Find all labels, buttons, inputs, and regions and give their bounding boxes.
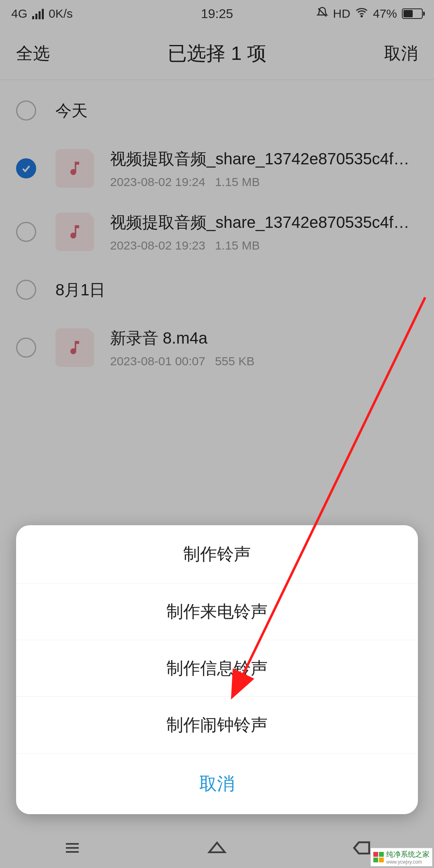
selection-header: 全选 已选择 1 项 取消 [0, 27, 434, 80]
file-checkbox[interactable] [16, 338, 36, 358]
battery-percent: 47% [373, 7, 397, 20]
file-name: 视频提取音频_share_13742e870535c4f… [110, 211, 418, 233]
system-nav-bar [0, 828, 434, 868]
file-meta: 2023-08-02 19:241.15 MB [110, 175, 418, 189]
cancel-selection-button[interactable]: 取消 [384, 42, 418, 65]
status-bar: 4G 0K/s 19:25 HD 47% [0, 0, 434, 27]
section-checkbox[interactable] [16, 280, 36, 300]
home-button[interactable] [189, 836, 245, 860]
make-message-ringtone-button[interactable]: 制作信息铃声 [16, 640, 418, 696]
modal-cancel-button[interactable]: 取消 [16, 753, 418, 814]
modal-title: 制作铃声 [16, 525, 418, 583]
file-row[interactable]: 视频提取音频_share_13742e870535c4f… 2023-08-02… [0, 200, 434, 264]
watermark-url: www.ycwjxy.com [386, 859, 430, 865]
make-alarm-ringtone-button[interactable]: 制作闹钟铃声 [16, 696, 418, 753]
wifi-icon [355, 6, 368, 22]
watermark-logo-icon [373, 852, 384, 862]
status-time: 19:25 [201, 6, 233, 21]
section-label: 8月1日 [55, 279, 106, 301]
music-file-icon [55, 213, 94, 251]
file-meta: 2023-08-02 19:231.15 MB [110, 239, 418, 252]
network-speed: 0K/s [49, 7, 73, 20]
network-type: 4G [11, 7, 27, 20]
select-all-button[interactable]: 全选 [16, 42, 50, 65]
watermark-title: 纯净系统之家 [386, 850, 430, 859]
svg-point-1 [361, 15, 362, 16]
file-checkbox[interactable] [16, 222, 36, 242]
header-title: 已选择 1 项 [168, 41, 266, 66]
mute-icon [316, 6, 328, 21]
section-checkbox[interactable] [16, 100, 36, 121]
file-meta: 2023-08-01 00:07555 KB [110, 354, 418, 368]
section-header[interactable]: 今天 [0, 84, 434, 137]
file-checkbox[interactable] [16, 158, 36, 178]
file-name: 视频提取音频_share_13742e870535c4f… [110, 148, 418, 170]
battery-icon [402, 8, 423, 19]
section-label: 今天 [55, 100, 88, 122]
file-name: 新录音 8.m4a [110, 327, 418, 349]
header-divider [0, 80, 434, 80]
recent-apps-button[interactable] [44, 836, 100, 860]
hd-indicator: HD [333, 7, 350, 20]
make-call-ringtone-button[interactable]: 制作来电铃声 [16, 583, 418, 640]
section-header[interactable]: 8月1日 [0, 264, 434, 316]
file-row[interactable]: 视频提取音频_share_13742e870535c4f… 2023-08-02… [0, 137, 434, 200]
music-file-icon [55, 328, 94, 367]
file-row[interactable]: 新录音 8.m4a 2023-08-01 00:07555 KB [0, 316, 434, 379]
ringtone-modal: 制作铃声 制作来电铃声 制作信息铃声 制作闹钟铃声 取消 [16, 525, 418, 814]
watermark: 纯净系统之家 www.ycwjxy.com [371, 848, 432, 866]
music-file-icon [55, 149, 94, 188]
signal-icon [32, 8, 44, 19]
